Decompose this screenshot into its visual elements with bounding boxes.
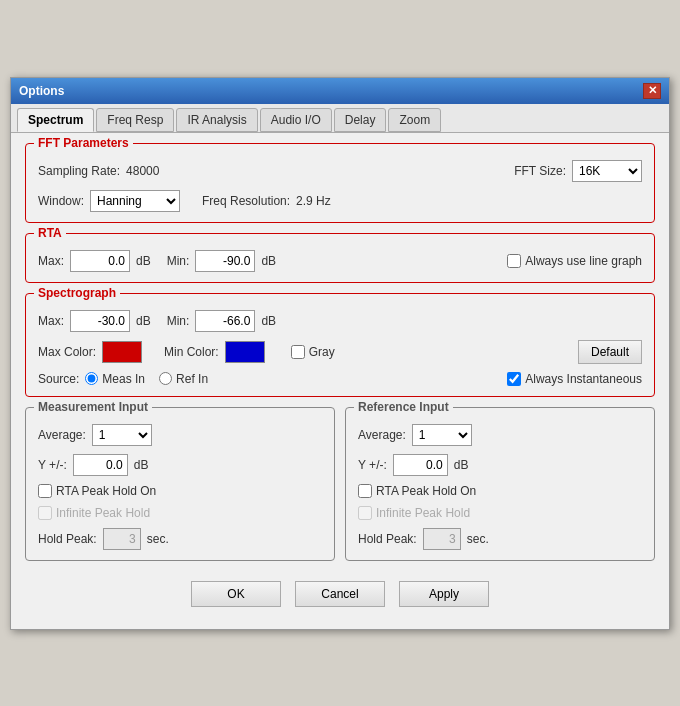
- measurement-input-label: Measurement Input: [34, 400, 152, 414]
- rta-max-input[interactable]: [70, 250, 130, 272]
- ref-rta-peak-label: RTA Peak Hold On: [376, 484, 476, 498]
- meas-infinite-peak-label: Infinite Peak Hold: [56, 506, 150, 520]
- apply-button[interactable]: Apply: [399, 581, 489, 607]
- fft-size-select[interactable]: 4K 8K 16K 32K 64K: [572, 160, 642, 182]
- ref-infinite-peak-row: Infinite Peak Hold: [358, 506, 470, 520]
- meas-average-select[interactable]: 124816: [92, 424, 152, 446]
- reference-input-label: Reference Input: [354, 400, 453, 414]
- meas-in-label: Meas In: [102, 372, 145, 386]
- fft-section-label: FFT Parameters: [34, 136, 133, 150]
- ref-infinite-peak-checkbox[interactable]: [358, 506, 372, 520]
- rta-section-label: RTA: [34, 226, 66, 240]
- max-color-swatch[interactable]: [102, 341, 142, 363]
- fft-parameters-section: FFT Parameters Sampling Rate: 48000 FFT …: [25, 143, 655, 223]
- tab-zoom[interactable]: Zoom: [388, 108, 441, 132]
- ref-y-label: Y +/-:: [358, 458, 387, 472]
- bottom-buttons: OK Cancel Apply: [25, 571, 655, 619]
- min-color-label: Min Color:: [164, 345, 219, 359]
- window-label: Window:: [38, 194, 84, 208]
- close-button[interactable]: ✕: [643, 83, 661, 99]
- rta-max-unit: dB: [136, 254, 151, 268]
- meas-hold-peak-row: Hold Peak: sec.: [38, 528, 322, 550]
- rta-min-input[interactable]: [195, 250, 255, 272]
- rta-section: RTA Max: dB Min: dB Always use line grap…: [25, 233, 655, 283]
- reference-input-panel: Reference Input Average: 124816 Y +/-: d…: [345, 407, 655, 561]
- min-color-swatch[interactable]: [225, 341, 265, 363]
- default-button[interactable]: Default: [578, 340, 642, 364]
- gray-label: Gray: [309, 345, 335, 359]
- rta-min-label: Min:: [167, 254, 190, 268]
- source-radio-group: Meas In Ref In: [85, 372, 208, 386]
- spec-max-input[interactable]: [70, 310, 130, 332]
- tab-spectrum[interactable]: Spectrum: [17, 108, 94, 132]
- tab-audio-io[interactable]: Audio I/O: [260, 108, 332, 132]
- spectrograph-section-label: Spectrograph: [34, 286, 120, 300]
- ref-rta-peak-checkbox[interactable]: [358, 484, 372, 498]
- source-label: Source:: [38, 372, 79, 386]
- gray-checkbox-row: Gray: [291, 345, 335, 359]
- ref-average-wrapper: 124816: [412, 424, 472, 446]
- ref-hold-peak-input[interactable]: [423, 528, 461, 550]
- freq-resolution-label: Freq Resolution:: [202, 194, 290, 208]
- tab-freq-resp[interactable]: Freq Resp: [96, 108, 174, 132]
- sampling-rate-label: Sampling Rate:: [38, 164, 120, 178]
- meas-hold-peak-unit: sec.: [147, 532, 169, 546]
- spec-min-input[interactable]: [195, 310, 255, 332]
- meas-average-row: Average: 124816: [38, 424, 322, 446]
- spectrograph-section: Spectrograph Max: dB Min: dB Max Color: …: [25, 293, 655, 397]
- spec-min-unit: dB: [261, 314, 276, 328]
- spec-max-unit: dB: [136, 314, 151, 328]
- gray-checkbox[interactable]: [291, 345, 305, 359]
- rta-line-graph-checkbox[interactable]: [507, 254, 521, 268]
- fft-size-label: FFT Size:: [514, 164, 566, 178]
- meas-infinite-row: Infinite Peak Hold: [38, 506, 322, 520]
- meas-y-row: Y +/-: dB: [38, 454, 322, 476]
- meas-hold-peak-input[interactable]: [103, 528, 141, 550]
- meas-average-wrapper: 124816: [92, 424, 152, 446]
- meas-peak-hold-row: RTA Peak Hold On: [38, 484, 322, 498]
- meas-infinite-peak-checkbox[interactable]: [38, 506, 52, 520]
- window-select[interactable]: Rectangular Hanning Hamming Blackman: [90, 190, 180, 212]
- spectrograph-row1: Max: dB Min: dB: [38, 310, 642, 332]
- main-content: FFT Parameters Sampling Rate: 48000 FFT …: [11, 133, 669, 629]
- ok-button[interactable]: OK: [191, 581, 281, 607]
- meas-average-label: Average:: [38, 428, 86, 442]
- tab-delay[interactable]: Delay: [334, 108, 387, 132]
- ref-infinite-row: Infinite Peak Hold: [358, 506, 642, 520]
- meas-y-input[interactable]: [73, 454, 128, 476]
- rta-max-label: Max:: [38, 254, 64, 268]
- sampling-rate-value: 48000: [126, 164, 159, 178]
- ref-hold-peak-unit: sec.: [467, 532, 489, 546]
- ref-in-radio-item: Ref In: [159, 372, 208, 386]
- title-bar: Options ✕: [11, 78, 669, 104]
- ref-in-radio[interactable]: [159, 372, 172, 385]
- spec-min-label: Min:: [167, 314, 190, 328]
- meas-infinite-peak-row: Infinite Peak Hold: [38, 506, 150, 520]
- cancel-button[interactable]: Cancel: [295, 581, 385, 607]
- meas-y-unit: dB: [134, 458, 149, 472]
- meas-in-radio[interactable]: [85, 372, 98, 385]
- meas-in-radio-item: Meas In: [85, 372, 145, 386]
- fft-row2: Window: Rectangular Hanning Hamming Blac…: [38, 190, 642, 212]
- max-color-label: Max Color:: [38, 345, 96, 359]
- rta-min-unit: dB: [261, 254, 276, 268]
- rta-line-graph-checkbox-row: Always use line graph: [507, 254, 642, 268]
- meas-rta-peak-label: RTA Peak Hold On: [56, 484, 156, 498]
- ref-average-select[interactable]: 124816: [412, 424, 472, 446]
- ref-infinite-peak-label: Infinite Peak Hold: [376, 506, 470, 520]
- ref-hold-peak-label: Hold Peak:: [358, 532, 417, 546]
- window-title: Options: [19, 84, 64, 98]
- always-instantaneous-checkbox[interactable]: [507, 372, 521, 386]
- ref-hold-peak-row: Hold Peak: sec.: [358, 528, 642, 550]
- ref-peak-hold-row: RTA Peak Hold On: [358, 484, 642, 498]
- ref-y-unit: dB: [454, 458, 469, 472]
- ref-y-input[interactable]: [393, 454, 448, 476]
- meas-y-label: Y +/-:: [38, 458, 67, 472]
- tab-ir-analysis[interactable]: IR Analysis: [176, 108, 257, 132]
- freq-resolution-value: 2.9 Hz: [296, 194, 331, 208]
- fft-row1: Sampling Rate: 48000 FFT Size: 4K 8K 16K…: [38, 160, 642, 182]
- rta-line-graph-label: Always use line graph: [525, 254, 642, 268]
- fft-size-dropdown-wrapper: 4K 8K 16K 32K 64K: [572, 160, 642, 182]
- meas-rta-peak-checkbox[interactable]: [38, 484, 52, 498]
- input-panels: Measurement Input Average: 124816 Y +/-:…: [25, 407, 655, 561]
